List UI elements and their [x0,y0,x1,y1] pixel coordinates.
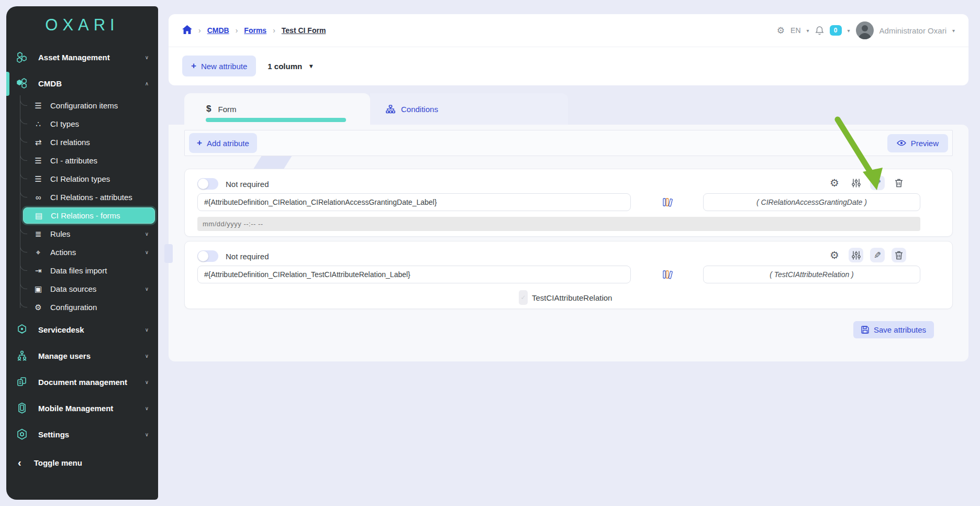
tab-conditions[interactable]: Conditions [370,93,568,125]
user-avatar[interactable] [856,21,874,39]
attribute-name-field[interactable] [703,193,920,211]
required-state-label: Not required [226,180,269,189]
floppy-save-icon [861,326,869,334]
settings-hexagon-gear-icon [14,428,30,441]
list-icon: ☰ [32,174,44,184]
list-icon: ☰ [32,156,44,166]
preview-button[interactable]: Preview [887,134,948,152]
form-input-icon: $ [206,104,211,114]
chevron-down-icon: ∨ [145,54,149,60]
attribute-label-input[interactable] [197,193,631,211]
attribute-toolbar: + New attribute 1 column ▾ [169,47,968,85]
attribute-sliders-icon[interactable] [849,175,863,190]
active-tab-indicator [206,118,346,122]
tab-form[interactable]: $ Form [184,93,370,125]
sidebar-item-settings[interactable]: Settings ∨ [6,421,158,447]
attribute-edit-pencil-icon[interactable]: ✎ [870,248,885,262]
caret-down-icon[interactable]: ▾ [807,28,809,34]
sidebar-item-mobile-management[interactable]: Mobile Management ∨ [6,395,158,421]
datetime-preview-input[interactable] [197,217,920,231]
required-toggle[interactable] [197,178,218,190]
library-books-icon[interactable] [662,197,674,207]
library-books-icon[interactable] [662,270,674,279]
breadcrumb-separator: › [273,26,275,35]
save-attributes-button[interactable]: Save attributes [853,321,934,338]
oxari-logo: OXARI [6,6,158,44]
data-box-icon: ▣ [32,284,44,294]
required-toggle[interactable] [197,250,218,262]
sidebar-item-ci-relation-types[interactable]: ☰ CI Relation types [6,170,158,188]
hexagon-cluster-filled-icon [14,77,30,90]
sidebar-item-data-files-import[interactable]: ⇥ Data files import [6,261,158,280]
sidebar: OXARI Asset Management ∨ CMDB [6,6,158,500]
language-selector[interactable]: EN [790,26,800,35]
attribute-edit-pencil-icon[interactable]: ✎ [870,175,885,190]
decorative-shape [164,244,173,263]
sidebar-item-data-sources[interactable]: ▣ Data sources ∨ [6,280,158,298]
checkbox-preview[interactable]: ✓ [519,290,528,305]
settings-gear-icon[interactable]: ⚙ [777,25,785,36]
user-name[interactable]: Administrator Oxari [879,26,946,35]
users-icon [14,349,30,362]
notification-bell-icon[interactable] [815,26,824,35]
chevron-down-icon: ∨ [145,231,149,237]
caret-down-icon[interactable]: ▾ [952,28,955,34]
breadcrumb-separator: › [198,26,201,35]
breadcrumb-current-page: Test CI Form [282,26,326,35]
sidebar-item-label: CMDB [38,79,62,88]
chevron-down-icon: ∨ [145,405,149,411]
notification-count-badge[interactable]: 0 [830,25,842,36]
chevron-down-icon: ∨ [145,249,149,255]
sidebar-item-rules[interactable]: ≣ Rules ∨ [6,225,158,243]
eye-icon [897,140,906,146]
form-tabs: $ Form Conditions [184,93,968,125]
sidebar-item-ci-relations-forms[interactable]: ▤ CI Relations - forms [23,207,155,224]
sidebar-item-actions[interactable]: ⌖ Actions ∨ [6,243,158,261]
sidebar-item-configuration[interactable]: ⚙ Configuration [6,298,158,316]
sidebar-item-ci-types[interactable]: ∴ CI types [6,115,158,133]
sidebar-item-cmdb[interactable]: CMDB ∧ [6,70,158,96]
sidebar-item-document-management[interactable]: Document management ∨ [6,369,158,395]
attribute-settings-icon[interactable]: ⚙ [827,248,842,262]
chevron-down-icon: ∨ [145,379,149,385]
hexagon-cluster-icon [14,51,30,63]
checkbox-preview-row: ✓ TestCIAttributeRelation [519,290,940,305]
attribute-settings-icon[interactable]: ⚙ [827,175,842,190]
attribute-sliders-icon[interactable] [849,248,863,262]
sidebar-item-ci-relations-attributes[interactable]: ∞ CI Relations - attributes [6,188,158,206]
add-attribute-button[interactable]: + Add atribute [189,133,257,153]
chevron-down-icon: ∨ [145,327,149,333]
sidebar-item-ci-attributes[interactable]: ☰ CI - attributes [6,151,158,170]
sidebar-item-asset-management[interactable]: Asset Management ∨ [6,44,158,70]
sidebar-item-label: Asset Management [38,53,110,62]
new-attribute-button[interactable]: + New attribute [182,56,256,76]
home-icon[interactable] [182,25,192,36]
chevron-down-icon: ∨ [145,286,149,292]
sidebar-item-servicedesk[interactable]: Servicedesk ∨ [6,316,158,343]
panel-action-strip: + Add atribute Preview [184,130,953,156]
attribute-delete-trash-icon[interactable] [892,248,906,262]
breadcrumb-cmdb-link[interactable]: CMDB [207,26,229,35]
headset-icon [14,323,30,336]
main-area: › CMDB › Forms › Test CI Form ⚙ EN ▾ [158,0,980,506]
breadcrumb-forms-link[interactable]: Forms [244,26,266,35]
required-state-label: Not required [226,252,269,261]
plus-icon: + [191,61,196,71]
caret-down-icon[interactable]: ▾ [848,28,850,34]
column-count-select[interactable]: 1 column ▾ [268,62,313,71]
plus-icon: + [197,138,202,148]
rules-icon: ≣ [32,229,44,239]
form-file-icon: ▤ [33,211,44,221]
attribute-name-field[interactable] [703,266,920,283]
attribute-label-input[interactable] [197,266,631,283]
toggle-menu-button[interactable]: ‹ Toggle menu [6,449,158,476]
card-action-icons: ⚙ ✎ [827,175,906,190]
list-icon: ☰ [32,101,44,111]
sidebar-item-configuration-items[interactable]: ☰ Configuration items [6,96,158,115]
target-icon: ⌖ [32,248,44,257]
hierarchy-icon: ∴ [32,119,44,129]
checkbox-preview-label: TestCIAttributeRelation [532,293,612,302]
sidebar-item-manage-users[interactable]: Manage users ∨ [6,343,158,369]
sidebar-item-ci-relations[interactable]: ⇄ CI relations [6,133,158,151]
attribute-delete-trash-icon[interactable] [892,175,906,190]
